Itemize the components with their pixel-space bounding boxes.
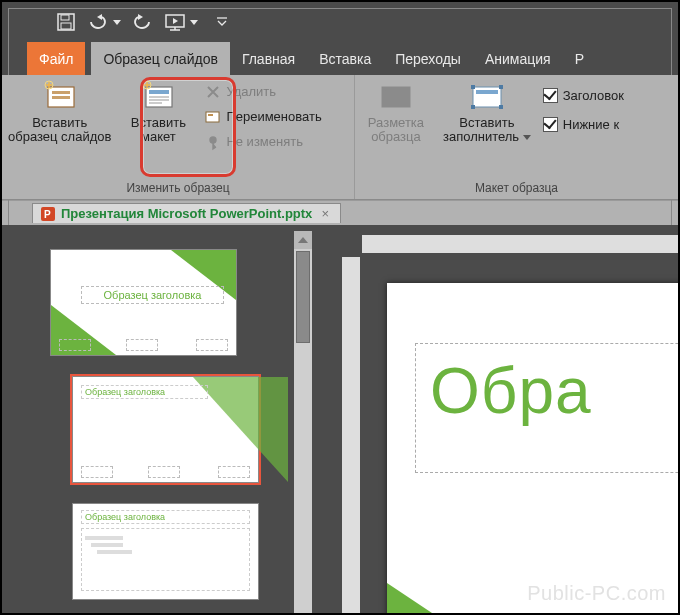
title-checkbox[interactable]: Заголовок (537, 83, 630, 108)
footers-checkbox-label: Нижние к (563, 117, 619, 132)
svg-rect-17 (206, 112, 219, 122)
ruler-vertical (342, 257, 360, 615)
svg-rect-28 (471, 105, 475, 109)
redo-icon[interactable] (134, 14, 152, 30)
tab-slide-master[interactable]: Образец слайдов (91, 42, 229, 75)
close-tab-icon[interactable]: × (318, 207, 332, 221)
tab-transitions[interactable]: Переходы (383, 42, 473, 75)
svg-rect-0 (58, 14, 74, 30)
svg-rect-29 (499, 105, 503, 109)
delete-label: Удалить (226, 84, 276, 99)
scroll-handle[interactable] (296, 251, 310, 343)
ruler-horizontal (362, 235, 678, 253)
svg-rect-12 (149, 90, 169, 94)
watermark: Public-PC.com (527, 582, 666, 605)
slideshow-icon[interactable] (165, 13, 198, 31)
svg-rect-21 (385, 90, 407, 94)
svg-rect-9 (52, 96, 70, 99)
layout-thumbnail-1[interactable]: Образец заголовка (72, 376, 259, 483)
insert-placeholder-button[interactable]: Вставить заполнитель (437, 75, 537, 144)
insert-layout-button[interactable]: Вставить макет (117, 75, 199, 144)
insert-slide-master-button[interactable]: Вставить образец слайдов (2, 75, 117, 144)
svg-rect-27 (499, 85, 503, 89)
master-layout-button: Разметка образца (355, 75, 437, 144)
insert-layout-label: Вставить макет (131, 116, 186, 144)
svg-text:P: P (44, 209, 51, 220)
svg-point-19 (210, 137, 216, 143)
slide-canvas[interactable]: Обра (387, 283, 678, 615)
master-layout-label: Разметка образца (368, 116, 424, 144)
footers-checkbox[interactable]: Нижние к (537, 112, 630, 137)
title-checkbox-label: Заголовок (563, 88, 624, 103)
thumbnail-scrollbar[interactable] (294, 231, 312, 615)
group-edit-master-label: Изменить образец (2, 178, 354, 199)
tab-home[interactable]: Главная (230, 42, 307, 75)
svg-rect-25 (476, 90, 498, 94)
document-tab[interactable]: P Презентация Microsoft PowerPoint.pptx … (32, 203, 341, 223)
svg-rect-18 (208, 114, 213, 116)
preserve-button: Не изменять (199, 129, 327, 154)
save-icon[interactable] (57, 13, 75, 31)
insert-slide-master-label: Вставить образец слайдов (8, 116, 111, 144)
powerpoint-file-icon: P (41, 207, 55, 221)
rename-label: Переименовать (226, 109, 321, 124)
tab-insert[interactable]: Вставка (307, 42, 383, 75)
rename-button[interactable]: Переименовать (199, 104, 327, 129)
thumb-title: Образец заголовка (81, 286, 224, 304)
svg-rect-8 (52, 91, 70, 94)
check-icon (543, 117, 558, 132)
title-text: Обра (430, 354, 678, 428)
insert-placeholder-label: Вставить заполнитель (443, 116, 531, 144)
tab-review[interactable]: Р (563, 42, 596, 75)
check-icon (543, 88, 558, 103)
delete-button: Удалить (199, 79, 327, 104)
title-placeholder[interactable]: Обра (415, 343, 678, 473)
thumb-title: Образец заголовка (81, 385, 208, 399)
svg-rect-2 (61, 23, 71, 29)
tab-file[interactable]: Файл (27, 42, 85, 75)
qat-customize-icon[interactable] (217, 17, 227, 27)
svg-rect-1 (61, 15, 69, 20)
undo-icon[interactable] (88, 14, 121, 30)
group-master-layout-label: Макет образца (355, 178, 678, 199)
tab-animations[interactable]: Анимация (473, 42, 563, 75)
document-tab-label: Презентация Microsoft PowerPoint.pptx (61, 206, 312, 221)
thumbnail-panel: Образец заголовка Образец заголовка Обра… (32, 229, 312, 615)
master-thumbnail[interactable]: Образец заголовка (50, 249, 237, 356)
layout-thumbnail-2[interactable]: Образец заголовка (72, 503, 259, 600)
thumb-title: Образец заголовка (81, 510, 250, 524)
scroll-up-icon[interactable] (294, 231, 312, 249)
preserve-label: Не изменять (226, 134, 303, 149)
svg-rect-26 (471, 85, 475, 89)
